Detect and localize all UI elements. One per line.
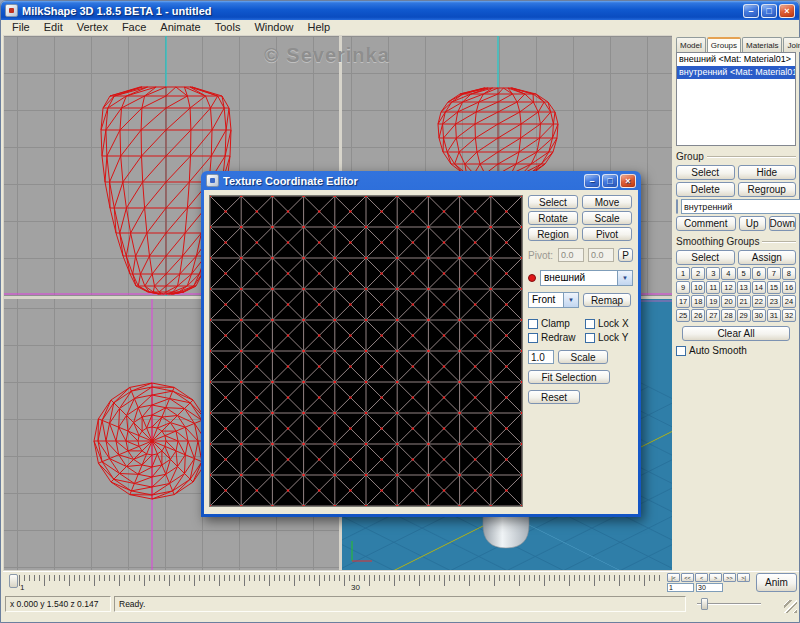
vcr-button[interactable]: >> xyxy=(723,573,736,582)
smoothing-group-button[interactable]: 4 xyxy=(721,267,735,280)
checkbox-box[interactable] xyxy=(585,319,595,329)
smoothing-group-button[interactable]: 20 xyxy=(721,295,735,308)
pivot-x-field[interactable] xyxy=(558,248,584,262)
chevron-down-icon[interactable]: ▼ xyxy=(563,293,578,307)
smoothing-group-button[interactable]: 3 xyxy=(706,267,720,280)
fit-selection-button[interactable]: Fit Selection xyxy=(528,370,610,384)
group-hide-button[interactable]: Hide xyxy=(738,165,797,180)
uv-pivot-button[interactable]: Pivot xyxy=(582,227,632,241)
uv-rotate-button[interactable]: Rotate xyxy=(528,211,578,225)
group-delete-button[interactable]: Delete xyxy=(676,182,735,197)
checkbox-box[interactable] xyxy=(528,319,538,329)
scale-apply-button[interactable]: Scale xyxy=(558,350,608,364)
clamp-checkbox[interactable]: Clamp xyxy=(528,318,581,329)
vcr-button[interactable]: << xyxy=(681,573,694,582)
checkbox-box[interactable] xyxy=(528,333,538,343)
menu-item[interactable]: Help xyxy=(301,20,338,35)
group-down-button[interactable]: Down xyxy=(769,216,796,231)
pivot-y-field[interactable] xyxy=(588,248,614,262)
vcr-button[interactable]: |< xyxy=(667,573,680,582)
status-slider-handle[interactable] xyxy=(701,598,708,610)
close-button[interactable]: × xyxy=(779,4,795,18)
vcr-button[interactable]: > xyxy=(709,573,722,582)
smoothing-group-button[interactable]: 25 xyxy=(676,309,690,322)
group-list-item[interactable]: внешний <Mat: Material01> xyxy=(677,53,795,66)
smoothing-group-button[interactable]: 5 xyxy=(737,267,751,280)
status-slider[interactable] xyxy=(697,598,761,610)
smoothing-group-button[interactable]: 11 xyxy=(706,281,720,294)
smoothing-group-button[interactable]: 9 xyxy=(676,281,690,294)
tab-materials[interactable]: Materials xyxy=(742,37,782,52)
smoothing-group-button[interactable]: 26 xyxy=(691,309,705,322)
vcr-button[interactable]: >| xyxy=(737,573,750,582)
smoothing-assign-button[interactable]: Assign xyxy=(738,250,797,265)
uv-move-button[interactable]: Move xyxy=(582,195,632,209)
menu-item[interactable]: File xyxy=(5,20,37,35)
uv-canvas[interactable] xyxy=(209,195,523,507)
smoothing-group-button[interactable]: 21 xyxy=(737,295,751,308)
smoothing-group-button[interactable]: 27 xyxy=(706,309,720,322)
group-combobox[interactable]: внешний ▼ xyxy=(540,270,633,286)
smoothing-group-button[interactable]: 6 xyxy=(752,267,766,280)
chevron-down-icon[interactable]: ▼ xyxy=(617,271,632,285)
menu-item[interactable]: Face xyxy=(115,20,153,35)
uv-select-button[interactable]: Select xyxy=(528,195,578,209)
smoothing-group-button[interactable]: 12 xyxy=(721,281,735,294)
current-frame-field[interactable] xyxy=(667,583,694,592)
smoothing-group-button[interactable]: 29 xyxy=(737,309,751,322)
groups-listbox[interactable]: внешний <Mat: Material01> внутренний <Ma… xyxy=(676,52,796,146)
smoothing-group-button[interactable]: 19 xyxy=(706,295,720,308)
remap-button[interactable]: Remap xyxy=(583,293,631,307)
smoothing-group-button[interactable]: 23 xyxy=(767,295,781,308)
smoothing-group-button[interactable]: 31 xyxy=(767,309,781,322)
uv-region-button[interactable]: Region xyxy=(528,227,578,241)
smoothing-group-button[interactable]: 13 xyxy=(737,281,751,294)
frame-slider-thumb[interactable] xyxy=(9,574,18,588)
uv-mesh-canvas[interactable] xyxy=(210,196,522,506)
lock-y-checkbox[interactable]: Lock Y xyxy=(585,332,628,343)
smoothing-select-button[interactable]: Select xyxy=(676,250,735,265)
smoothing-group-button[interactable]: 17 xyxy=(676,295,690,308)
uv-scale-button[interactable]: Scale xyxy=(582,211,632,225)
resize-grip[interactable] xyxy=(784,600,797,613)
smoothing-group-button[interactable]: 16 xyxy=(782,281,796,294)
lock-x-checkbox[interactable]: Lock X xyxy=(585,318,629,329)
menu-item[interactable]: Tools xyxy=(208,20,248,35)
tab-joints[interactable]: Joints xyxy=(783,37,800,52)
pivot-p-button[interactable]: P xyxy=(618,248,633,262)
vcr-button[interactable]: < xyxy=(695,573,708,582)
dialog-minimize-button[interactable]: – xyxy=(584,174,600,188)
smoothing-group-button[interactable]: 1 xyxy=(676,267,690,280)
maximize-button[interactable]: □ xyxy=(761,4,777,18)
menu-item[interactable]: Window xyxy=(247,20,300,35)
smoothing-group-button[interactable]: 24 xyxy=(782,295,796,308)
clear-all-button[interactable]: Clear All xyxy=(682,326,790,341)
dialog-maximize-button[interactable]: □ xyxy=(602,174,618,188)
menu-item[interactable]: Vertex xyxy=(70,20,115,35)
frame-ruler[interactable]: 1 30 xyxy=(9,574,661,591)
view-combobox[interactable]: Front ▼ xyxy=(528,292,579,308)
redraw-checkbox[interactable]: Redraw xyxy=(528,332,581,343)
group-regroup-button[interactable]: Regroup xyxy=(738,182,797,197)
group-select-button[interactable]: Select xyxy=(676,165,735,180)
total-frames-field[interactable] xyxy=(696,583,723,592)
smoothing-group-button[interactable]: 18 xyxy=(691,295,705,308)
reset-button[interactable]: Reset xyxy=(528,390,580,404)
group-rename-button[interactable]: Rename xyxy=(676,199,678,214)
checkbox-box[interactable] xyxy=(585,333,595,343)
tab-groups[interactable]: Groups xyxy=(707,37,741,52)
anim-button[interactable]: Anim xyxy=(756,573,797,592)
group-list-item-selected[interactable]: внутренний <Mat: Material01> xyxy=(677,66,795,79)
auto-smooth-checkbox[interactable]: Auto Smooth xyxy=(676,345,796,356)
smoothing-group-button[interactable]: 15 xyxy=(767,281,781,294)
menu-item[interactable]: Animate xyxy=(153,20,207,35)
group-rename-input[interactable] xyxy=(681,199,800,214)
smoothing-group-button[interactable]: 32 xyxy=(782,309,796,322)
smoothing-group-button[interactable]: 30 xyxy=(752,309,766,322)
smoothing-group-button[interactable]: 7 xyxy=(767,267,781,280)
smoothing-group-button[interactable]: 10 xyxy=(691,281,705,294)
smoothing-group-button[interactable]: 14 xyxy=(752,281,766,294)
scale-value-field[interactable] xyxy=(528,350,554,364)
smoothing-group-button[interactable]: 8 xyxy=(782,267,796,280)
dialog-close-button[interactable]: × xyxy=(620,174,636,188)
